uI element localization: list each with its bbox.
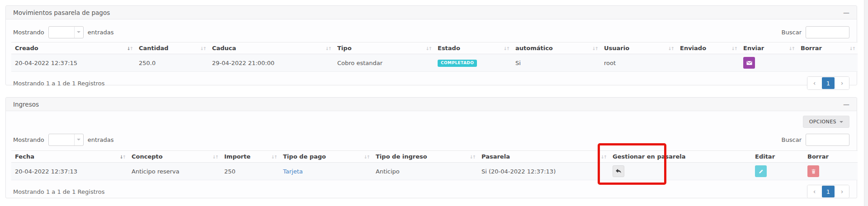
chevron-down-icon — [77, 31, 80, 33]
panel-movimientos-pasarela: Movimientos pasarela de pagos — Mostrand… — [5, 5, 857, 85]
entries-label: entradas — [88, 29, 114, 36]
table-header-row: Creado ↓↑ Cantidad ↓↑ Caduca ↓↑ Tipo ↓↑ … — [11, 42, 858, 54]
column-header-usuario[interactable]: Usuario ↓↑ — [600, 42, 676, 54]
cell-borrar — [804, 163, 858, 180]
cell-cantidad: 250.0 — [135, 54, 208, 72]
panel-ingresos-title: Ingresos — [13, 101, 39, 108]
column-header-enviado[interactable]: Enviado ↓↑ — [676, 42, 740, 54]
delete-button[interactable] — [807, 165, 819, 177]
pagination-next-button[interactable]: › — [835, 77, 849, 89]
column-header-gestionar-en-pasarela[interactable]: Gestionar en pasarela — [609, 151, 751, 163]
status-badge: COMPLETADO — [438, 60, 477, 67]
panel-movimientos-title: Movimientos pasarela de pagos — [13, 9, 110, 16]
cell-pasarela: Si (20-04-2022 12:37:13) — [478, 163, 609, 180]
cell-editar — [751, 163, 804, 180]
column-header-automatico[interactable]: automático ↓↑ — [512, 42, 600, 54]
movimientos-table: Creado ↓↑ Cantidad ↓↑ Caduca ↓↑ Tipo ↓↑ … — [11, 42, 858, 72]
opciones-button[interactable]: OPCIONES — [803, 116, 849, 128]
column-header-tipo-de-ingreso[interactable]: Tipo de ingreso ↓↑ — [372, 151, 478, 163]
records-info: Mostrando 1 a 1 de 1 Registros — [13, 188, 105, 195]
envelope-icon — [746, 60, 753, 66]
cell-estado: COMPLETADO — [434, 54, 512, 72]
pagination-next-button[interactable]: › — [835, 185, 849, 198]
ingresos-table: Fecha ↓↑ Concepto ↓↑ Importe ↓↑ Tipo de … — [11, 150, 858, 180]
page-length-select[interactable] — [48, 134, 84, 146]
cell-tipo: Cobro estandar — [334, 54, 434, 72]
column-header-pasarela[interactable]: Pasarela ↓↑ — [478, 151, 609, 163]
showing-label: Mostrando — [13, 29, 44, 36]
pagination-page-1-button[interactable]: 1 — [822, 186, 835, 197]
cell-caduca: 29-04-2022 21:00:00 — [208, 54, 334, 72]
column-header-estado[interactable]: Estado ↓↑ — [434, 42, 512, 54]
cell-automatico: Si — [512, 54, 600, 72]
column-header-tipo[interactable]: Tipo ↓↑ — [334, 42, 434, 54]
page-length-select[interactable] — [48, 26, 84, 38]
pagination: ‹ 1 › — [807, 185, 849, 198]
table-header-row: Fecha ↓↑ Concepto ↓↑ Importe ↓↑ Tipo de … — [11, 151, 858, 163]
chevron-down-icon — [840, 121, 843, 123]
reply-arrow-icon — [615, 168, 622, 174]
cell-enviar — [740, 54, 797, 72]
cell-borrar — [797, 54, 858, 72]
cell-concepto: Anticipo reserva — [128, 163, 221, 180]
table-row: 20-04-2022 12:37:15 250.0 29-04-2022 21:… — [11, 54, 858, 72]
chevron-down-icon — [77, 139, 80, 140]
panel-ingresos-header: Ingresos — — [6, 98, 857, 111]
column-header-enviar[interactable]: Enviar ↓↑ — [740, 42, 797, 54]
search-label: Buscar — [782, 136, 802, 143]
column-header-fecha[interactable]: Fecha ↓↑ — [11, 151, 128, 163]
cell-importe: 250 — [221, 163, 279, 180]
search-input[interactable] — [806, 134, 849, 146]
tarjeta-link[interactable]: Tarjeta — [283, 168, 303, 175]
gestionar-en-pasarela-button[interactable] — [613, 165, 624, 177]
cell-enviado — [676, 54, 740, 72]
column-header-caduca[interactable]: Caduca ↓↑ — [208, 42, 334, 54]
trash-icon — [811, 169, 816, 174]
column-header-creado[interactable]: Creado ↓↑ — [11, 42, 135, 54]
panel-ingresos: Ingresos — OPCIONES Mostrando entradas B… — [5, 97, 857, 198]
edit-button[interactable] — [755, 165, 767, 177]
vertical-scrollbar[interactable] — [864, 0, 868, 206]
send-button[interactable] — [743, 57, 755, 69]
column-header-concepto[interactable]: Concepto ↓↑ — [128, 151, 221, 163]
cell-usuario: root — [600, 54, 676, 72]
search-input[interactable] — [806, 26, 849, 38]
cell-tipo-de-pago: Tarjeta — [279, 163, 372, 180]
showing-label: Mostrando — [13, 136, 44, 143]
search-label: Buscar — [782, 29, 802, 36]
pencil-icon — [758, 169, 764, 174]
pagination-page-1-button[interactable]: 1 — [822, 77, 835, 89]
column-header-editar[interactable]: Editar — [751, 151, 804, 163]
collapse-icon[interactable]: — — [843, 9, 849, 16]
collapse-icon[interactable]: — — [843, 101, 849, 108]
pagination-prev-button[interactable]: ‹ — [807, 77, 821, 89]
table-row: 20-04-2022 12:37:13 Anticipo reserva 250… — [11, 163, 858, 180]
panel-movimientos-header: Movimientos pasarela de pagos — — [6, 6, 857, 19]
column-header-tipo-de-pago[interactable]: Tipo de pago ↓↑ — [279, 151, 372, 163]
cell-gestionar-en-pasarela — [609, 163, 751, 180]
cell-tipo-de-ingreso: Anticipo — [372, 163, 478, 180]
cell-creado: 20-04-2022 12:37:15 — [11, 54, 135, 72]
column-header-borrar[interactable]: Borrar ↓↑ — [797, 42, 858, 54]
column-header-borrar[interactable]: Borrar — [804, 151, 858, 163]
column-header-importe[interactable]: Importe ↓↑ — [221, 151, 279, 163]
cell-fecha: 20-04-2022 12:37:13 — [11, 163, 128, 180]
pagination-prev-button[interactable]: ‹ — [807, 185, 821, 198]
pagination: ‹ 1 › — [807, 76, 849, 90]
column-header-cantidad[interactable]: Cantidad ↓↑ — [135, 42, 208, 54]
records-info: Mostrando 1 a 1 de 1 Registros — [13, 80, 105, 87]
entries-label: entradas — [88, 136, 114, 143]
